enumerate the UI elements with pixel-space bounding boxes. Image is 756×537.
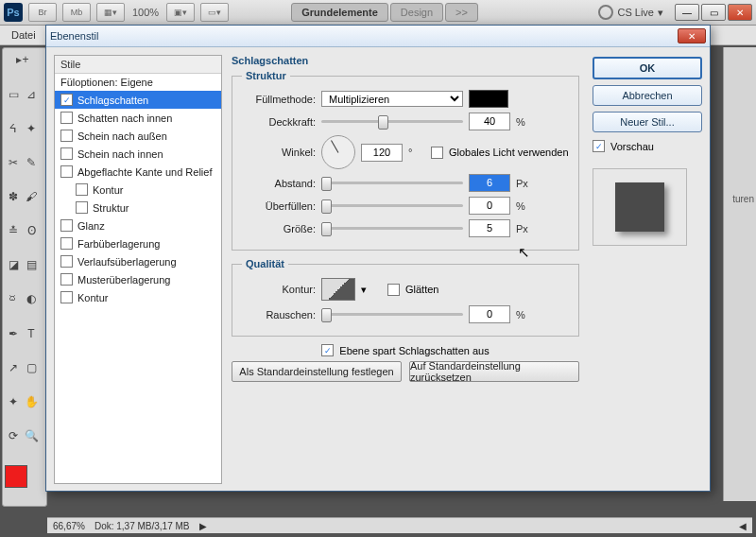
checkbox-icon[interactable] xyxy=(60,130,73,142)
styles-header[interactable]: Stile xyxy=(55,56,221,74)
crop-tool[interactable]: ✂ xyxy=(5,154,22,171)
style-item-coloroverlay[interactable]: Farbüberlagerung xyxy=(55,234,221,252)
style-item-innershadow[interactable]: Schatten nach innen xyxy=(55,109,221,127)
move-tool[interactable]: ▸+ xyxy=(5,50,41,69)
new-style-button[interactable]: Neuer Stil... xyxy=(593,112,702,132)
menu-file[interactable]: Datei xyxy=(6,27,42,43)
window-minimize-button[interactable]: ― xyxy=(675,4,699,21)
checkbox-icon[interactable] xyxy=(60,165,73,178)
marquee-tool[interactable]: ▭ xyxy=(5,86,22,103)
minibridge-button[interactable]: Mb xyxy=(62,3,91,22)
style-item-dropshadow[interactable]: ✓Schlagschatten xyxy=(55,91,221,109)
foreground-color-swatch[interactable] xyxy=(5,465,27,488)
antialias-checkbox[interactable] xyxy=(387,284,400,296)
rotate-tool[interactable]: ⟳ xyxy=(5,427,22,444)
zoom-label[interactable]: 100% xyxy=(130,7,161,18)
style-item-bevel-contour[interactable]: Kontur xyxy=(55,181,221,199)
checkbox-icon[interactable] xyxy=(76,201,88,214)
antialias-label: Glätten xyxy=(405,284,438,295)
bridge-button[interactable]: Br xyxy=(28,3,57,22)
style-item-gradientoverlay[interactable]: Verlaufsüberlagerung xyxy=(55,252,221,270)
dialog-close-button[interactable]: ✕ xyxy=(678,28,706,43)
size-value[interactable]: 5 xyxy=(469,219,510,237)
dodge-tool[interactable]: ◐ xyxy=(23,290,40,307)
hscroll-left-icon[interactable]: ◀ xyxy=(739,521,747,531)
style-item-stroke[interactable]: Kontur xyxy=(55,288,221,306)
global-light-checkbox[interactable] xyxy=(431,147,443,159)
opacity-slider[interactable] xyxy=(321,120,463,123)
checkbox-icon[interactable] xyxy=(60,237,73,250)
checkbox-icon[interactable] xyxy=(76,183,88,196)
eraser-tool[interactable]: ◪ xyxy=(5,256,22,273)
workspace-tab-more[interactable]: >> xyxy=(445,3,478,22)
window-maximize-button[interactable]: ▭ xyxy=(701,4,726,21)
checkbox-icon[interactable] xyxy=(60,255,73,268)
checkbox-icon[interactable] xyxy=(60,112,73,124)
shadow-color-swatch[interactable] xyxy=(469,90,508,108)
cslive-label[interactable]: CS Live xyxy=(617,7,654,18)
status-arrow-icon[interactable]: ▶ xyxy=(199,521,207,531)
zoom-tool[interactable]: 🔍 xyxy=(23,427,40,444)
blur-tool[interactable]: ఠ xyxy=(5,290,22,307)
stamp-tool[interactable]: ≛ xyxy=(5,222,22,239)
hand-tool[interactable]: ✋ xyxy=(23,393,40,410)
cancel-button[interactable]: Abbrechen xyxy=(593,85,702,106)
make-default-button[interactable]: Als Standardeinstellung festlegen xyxy=(232,361,402,382)
noise-value[interactable]: 0 xyxy=(469,305,510,323)
style-item-satin[interactable]: Glanz xyxy=(55,217,221,234)
style-item-patternoverlay[interactable]: Musterüberlagerung xyxy=(55,270,221,288)
type-tool[interactable]: T xyxy=(23,325,40,342)
style-item-innerglow[interactable]: Schein nach innen xyxy=(55,145,221,163)
style-item-outerglow[interactable]: Schein nach außen xyxy=(55,127,221,145)
opacity-label: Deckkraft: xyxy=(242,116,316,128)
contour-picker[interactable] xyxy=(321,278,355,301)
lasso-tool[interactable]: ᔦ xyxy=(5,120,22,137)
gradient-tool[interactable]: ▤ xyxy=(23,256,40,273)
brush-tool[interactable]: 🖌 xyxy=(23,188,40,205)
ok-button[interactable]: OK xyxy=(593,57,702,79)
reset-default-button[interactable]: Auf Standardeinstellung zurücksetzen xyxy=(409,361,579,382)
checkbox-icon[interactable] xyxy=(60,291,73,303)
checkbox-icon[interactable] xyxy=(60,219,73,232)
knockout-checkbox[interactable]: ✓ xyxy=(321,344,334,356)
workspace-tab-basics[interactable]: Grundelemente xyxy=(291,3,388,22)
pen-tool[interactable]: ✒ xyxy=(5,325,22,342)
right-panel-hint: turen xyxy=(732,194,754,204)
eyedropper-tool[interactable]: ✎ xyxy=(23,154,40,171)
shape-tool[interactable]: ▢ xyxy=(23,359,40,376)
distance-value[interactable]: 6 xyxy=(469,174,510,192)
spread-value[interactable]: 0 xyxy=(469,197,510,215)
view-extras-button[interactable]: ▦▾ xyxy=(96,3,125,22)
right-panels[interactable]: turen xyxy=(723,47,756,501)
dropdown-icon[interactable]: ▾ xyxy=(361,284,367,296)
noise-slider[interactable] xyxy=(321,313,463,316)
workspace-tab-design[interactable]: Design xyxy=(390,3,443,22)
blending-options-item[interactable]: Füloptionen: Eigene xyxy=(55,74,221,91)
preview-checkbox[interactable]: ✓ xyxy=(593,140,605,152)
screen-mode-button[interactable]: ▭▾ xyxy=(200,3,229,22)
wand-tool[interactable]: ✦ xyxy=(23,120,40,137)
3d-tool[interactable]: ✦ xyxy=(5,393,22,410)
status-doc-info[interactable]: Dok: 1,37 MB/3,17 MB xyxy=(94,521,190,531)
size-slider[interactable] xyxy=(321,227,463,230)
style-item-bevel[interactable]: Abgeflachte Kante und Relief xyxy=(55,163,221,181)
dialog-titlebar[interactable]: Ebenenstil ✕ xyxy=(46,26,710,47)
window-close-button[interactable]: ✕ xyxy=(728,4,752,21)
checkbox-icon[interactable] xyxy=(60,273,73,286)
checkbox-icon[interactable] xyxy=(60,147,73,160)
history-brush-tool[interactable]: ʘ xyxy=(23,222,40,239)
heal-tool[interactable]: ✽ xyxy=(5,188,22,205)
checkbox-checked-icon[interactable]: ✓ xyxy=(60,94,73,106)
structure-legend: Struktur xyxy=(242,70,290,81)
style-item-bevel-texture[interactable]: Struktur xyxy=(55,199,221,217)
opacity-value[interactable]: 40 xyxy=(469,113,510,130)
blend-mode-select[interactable]: Multiplizieren xyxy=(321,91,463,107)
path-tool[interactable]: ↗ xyxy=(5,359,22,376)
arrange-button[interactable]: ▣▾ xyxy=(166,3,195,22)
status-zoom[interactable]: 66,67% xyxy=(53,521,85,531)
angle-value[interactable]: 120 xyxy=(361,144,403,162)
angle-dial[interactable] xyxy=(321,135,355,169)
ruler-tool[interactable]: ⊿ xyxy=(23,86,40,103)
distance-slider[interactable] xyxy=(321,182,463,184)
spread-slider[interactable] xyxy=(321,204,463,207)
